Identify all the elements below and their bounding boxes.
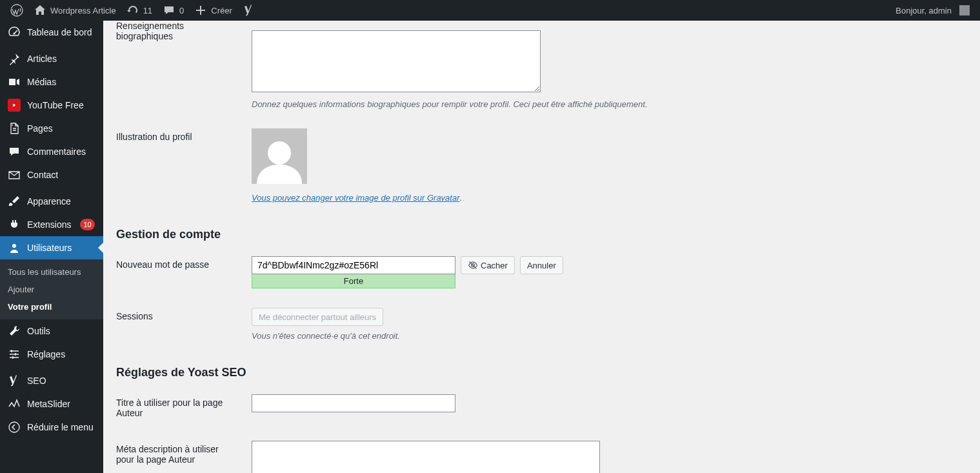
wrench-icon [8, 325, 21, 337]
home-icon [34, 4, 46, 17]
contact-label: Contact [27, 170, 58, 180]
comment-icon [163, 4, 175, 17]
metaslider-icon [8, 398, 21, 410]
youtube-icon [8, 99, 21, 112]
sidebar-item-pages[interactable]: Pages [0, 117, 103, 140]
yoast-menu-icon [8, 374, 21, 387]
author-title-label: Titre à utiliser pour la page Auteur [116, 385, 245, 431]
svg-point-2 [12, 244, 16, 248]
bio-textarea[interactable] [252, 30, 541, 92]
sidebar-item-users[interactable]: Utilisateurs [0, 236, 103, 259]
new-content-label: Créer [211, 6, 232, 15]
media-label: Médias [27, 77, 56, 87]
sub-add-user[interactable]: Ajouter [0, 281, 103, 298]
users-label: Utilisateurs [27, 243, 72, 253]
wordpress-icon [10, 4, 23, 17]
logout-everywhere-button[interactable]: Me déconnecter partout ailleurs [252, 308, 383, 326]
settings-label: Réglages [27, 349, 65, 359]
youtube-label: YouTube Free [27, 100, 84, 110]
seo-label: SEO [27, 376, 46, 386]
metaslider-label: MetaSlider [27, 399, 70, 409]
brush-icon [8, 195, 21, 208]
posts-label: Articles [27, 54, 57, 64]
svg-point-3 [9, 422, 19, 432]
dashboard-icon [8, 26, 21, 39]
mail-icon [8, 168, 21, 181]
account-heading: Gestion de compte [116, 228, 967, 241]
sidebar-item-tools[interactable]: Outils [0, 319, 103, 343]
author-title-input[interactable] [252, 394, 455, 412]
sidebar-item-comments[interactable]: Commentaires [0, 140, 103, 163]
plugins-badge: 10 [80, 219, 94, 230]
sidebar-item-settings[interactable]: Réglages [0, 343, 103, 366]
sidebar-item-youtube[interactable]: YouTube Free [0, 94, 103, 117]
sidebar-item-plugins[interactable]: Extensions 10 [0, 213, 103, 236]
sub-profile[interactable]: Votre profil [0, 298, 103, 316]
hide-password-button[interactable]: Cacher [461, 256, 515, 274]
comments-label: Commentaires [27, 146, 86, 157]
media-icon [8, 75, 21, 88]
comments-icon [8, 145, 21, 158]
yoast[interactable] [237, 0, 261, 21]
pages-label: Pages [27, 123, 53, 134]
sessions-label: Sessions [116, 298, 245, 350]
sidebar-item-metaslider[interactable]: MetaSlider [0, 392, 103, 416]
avatar-label: Illustration du profil [116, 119, 245, 212]
site-name-label: Wordpress Article [50, 6, 116, 15]
sidebar-item-contact[interactable]: Contact [0, 163, 103, 186]
sub-all-users[interactable]: Tous les utilisateurs [0, 263, 103, 281]
sliders-icon [8, 348, 21, 361]
comments-count: 0 [179, 6, 184, 15]
sidebar-item-media[interactable]: Médias [0, 70, 103, 94]
tools-label: Outils [27, 326, 50, 336]
pin-icon [8, 52, 21, 65]
svg-point-1 [14, 33, 15, 35]
hide-btn-label: Cacher [481, 261, 508, 270]
author-meta-textarea[interactable] [252, 441, 600, 473]
sidebar-item-posts[interactable]: Articles [0, 47, 103, 70]
yoast-heading: Réglages de Yoast SEO [116, 366, 967, 379]
password-input[interactable] [252, 256, 455, 274]
my-account[interactable]: Bonjour, admin [890, 0, 975, 21]
site-name[interactable]: Wordpress Article [28, 0, 121, 21]
dashboard-label: Tableau de bord [27, 27, 92, 37]
new-content[interactable]: Créer [189, 0, 237, 21]
password-strength: Forte [252, 274, 455, 288]
sidebar-item-dashboard[interactable]: Tableau de bord [0, 21, 103, 44]
cancel-password-button[interactable]: Annuler [520, 256, 563, 274]
gravatar-link[interactable]: Vous pouvez changer votre image de profi… [252, 193, 460, 203]
comments[interactable]: 0 [157, 0, 189, 21]
avatar-icon [959, 5, 970, 15]
bio-description: Donnez quelques informations biographiqu… [252, 99, 961, 109]
sessions-description: Vous n'êtes connecté·e qu'à cet endroit. [252, 331, 961, 341]
updates[interactable]: 11 [121, 0, 157, 21]
sidebar-item-appearance[interactable]: Apparence [0, 190, 103, 213]
gravatar-link-text: Vous pouvez changer votre image de profi… [252, 193, 460, 203]
wp-logo[interactable] [5, 0, 28, 21]
author-meta-label: Méta description à utiliser pour la page… [116, 431, 245, 473]
collapse-icon [8, 421, 21, 434]
update-icon [126, 4, 139, 17]
sidebar-item-seo[interactable]: SEO [0, 369, 103, 392]
updates-count: 11 [143, 6, 152, 15]
plus-icon [194, 4, 207, 17]
plugin-icon [8, 218, 21, 231]
svg-point-4 [268, 141, 291, 165]
yoast-icon [243, 4, 255, 17]
greeting-label: Bonjour, admin [895, 6, 952, 15]
avatar-placeholder [252, 128, 307, 184]
pages-icon [8, 122, 21, 135]
user-icon [8, 241, 21, 254]
plugins-label: Extensions [27, 219, 71, 230]
collapse-menu[interactable]: Réduire le menu [0, 416, 103, 439]
appearance-label: Apparence [27, 196, 71, 206]
eye-slash-icon [468, 260, 478, 270]
users-submenu: Tous les utilisateurs Ajouter Votre prof… [0, 259, 103, 319]
collapse-label: Réduire le menu [27, 422, 94, 432]
bio-label: Renseignements biographiques [116, 21, 245, 119]
new-pw-label: Nouveau mot de passe [116, 247, 245, 298]
